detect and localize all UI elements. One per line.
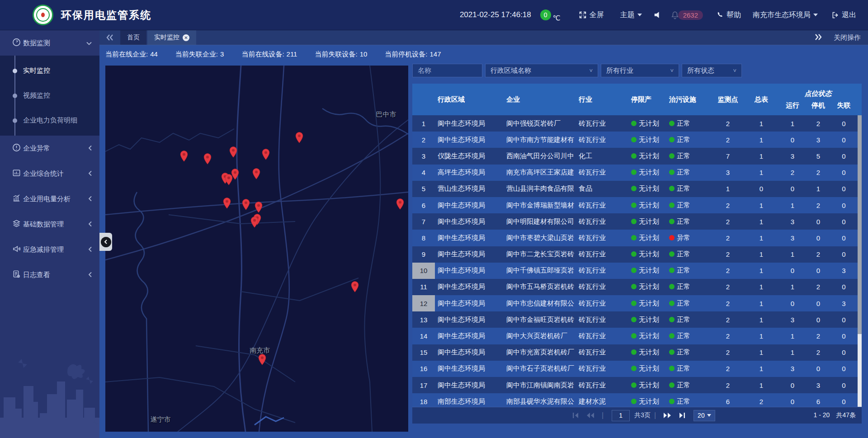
cell-lost: 3 (830, 300, 858, 307)
cell-run: 3 (778, 218, 807, 226)
table-row[interactable]: 12阆中生态环境局阆中市忠信建材有限公砖瓦行业无计划正常21003 (412, 295, 862, 311)
cell-region: 阆中生态环境局 (435, 381, 504, 390)
table-row[interactable]: 11阆中生态环境局阆中市五马桥页岩机砖砖瓦行业无计划正常21120 (412, 279, 862, 295)
map-panel[interactable]: 巴中市南充市遂宁市 (105, 66, 408, 432)
map-marker-pin-icon[interactable] (262, 148, 270, 162)
sidebar-item-log-view[interactable]: 日志查看 (0, 262, 99, 287)
close-icon[interactable]: ✕ (183, 34, 189, 41)
sidebar-item-power-analysis[interactable]: 企业用电量分析 (0, 186, 99, 212)
table-row[interactable]: 6阆中生态环境局阆中市金博瑞新型墙材砖瓦行业无计划正常21120 (412, 197, 862, 213)
table-row[interactable]: 14阆中生态环境局阆中大兴页岩机砖厂砖瓦行业无计划正常21120 (412, 328, 862, 344)
table-row[interactable]: 3仪陇生态环境局西南油气田分公司川中化工无计划正常71350 (412, 148, 862, 164)
map-marker-pin-icon[interactable] (258, 354, 266, 367)
map-marker-pin-icon[interactable] (229, 146, 237, 160)
row-number-cell: 15 (412, 344, 435, 361)
map-marker-pin-icon[interactable] (396, 198, 404, 212)
cell-facility-status: 正常 (669, 217, 712, 226)
sidebar-item-enterprise-abnormal[interactable]: 企业异常 (0, 136, 99, 161)
cell-facility-status: 正常 (669, 299, 712, 308)
map-marker-pin-icon[interactable] (351, 281, 359, 295)
sidebar-item-base-data[interactable]: 基础数据管理 (0, 212, 99, 237)
mute-button[interactable] (654, 11, 661, 19)
region-select[interactable]: 行政区域名称 ˅ (485, 64, 598, 77)
sidebar-item-power-load-detail[interactable]: 企业电力负荷明细 (0, 108, 99, 133)
notifications-button[interactable]: 2632 (671, 10, 703, 20)
next-page-button[interactable] (663, 412, 671, 419)
cell-company: 营山县润丰肉食品有限 (504, 184, 576, 193)
bell-icon (671, 11, 679, 19)
map-marker-pin-icon[interactable] (180, 151, 188, 164)
cell-stop: 3 (807, 381, 830, 389)
close-operations-button[interactable]: 关闭操作 (834, 33, 861, 42)
table-row[interactable]: 7阆中生态环境局阆中明阳建材有限公司砖瓦行业无计划正常21300 (412, 213, 862, 230)
temperature-badge: 0 (540, 9, 551, 20)
map-marker-pin-icon[interactable] (250, 216, 259, 230)
row-number-cell: 1 (412, 115, 435, 132)
cell-facility-status: 正常 (669, 119, 712, 128)
table-row[interactable]: 1阆中生态环境局阆中强锐页岩砖厂砖瓦行业无计划正常21120 (412, 115, 862, 132)
map-marker-pin-icon[interactable] (223, 197, 231, 211)
tab-realtime[interactable]: 实时监控✕ (147, 30, 196, 45)
tabs-scroll-left-button[interactable] (99, 30, 120, 45)
fullscreen-icon (579, 11, 587, 19)
map-city-label: 遂宁市 (150, 415, 170, 424)
table-row[interactable]: 17阆中生态环境局阆中市江南镇阆南页岩砖瓦行业无计划正常21030 (412, 377, 862, 393)
sidebar-item-data-monitor[interactable]: 数据监测 (0, 30, 99, 56)
double-chevron-left-icon (106, 34, 113, 41)
map-marker-pin-icon[interactable] (295, 132, 303, 145)
status-select[interactable]: 所有状态 ˅ (682, 64, 742, 77)
tab-home[interactable]: 首页 (120, 30, 146, 45)
tabs-scroll-right-button[interactable] (815, 34, 822, 42)
page-number-input[interactable]: 1 (612, 410, 630, 421)
table-row[interactable]: 15阆中生态环境局阆中市光富页岩机砖厂砖瓦行业无计划正常21120 (412, 344, 862, 361)
table-row[interactable]: 8阆中生态环境局阆中市枣碧大梁山页岩砖瓦行业无计划异常21300 (412, 230, 862, 246)
table-row[interactable]: 13阆中生态环境局阆中市金福旺页岩机砖砖瓦行业无计划正常21300 (412, 311, 862, 328)
monitor-panel: 名称 行政区域名称 ˅ 所有行业 ˅ 所有状态 ˅ 行政区域企业行业停限产治污设… (412, 64, 862, 424)
scrollbar-thumb[interactable] (858, 115, 862, 334)
sidebar-item-video-monitor[interactable]: 视频监控 (0, 83, 99, 108)
sidebar-item-label: 企业异常 (23, 144, 50, 153)
table-row[interactable]: 10阆中生态环境局阆中千佛镇五郎垭页岩砖瓦行业无计划正常21003 (412, 263, 862, 279)
page-size-select[interactable]: 20 (693, 410, 715, 421)
table-row[interactable]: 16阆中生态环境局阆中市石子页岩机砖厂砖瓦行业无计划正常21300 (412, 361, 862, 377)
cell-run: 0 (778, 136, 807, 144)
last-page-icon (679, 412, 685, 419)
stat-item: 当前停机设备:147 (385, 50, 441, 59)
cell-industry: 砖瓦行业 (576, 316, 631, 324)
map-marker-pin-icon[interactable] (242, 198, 250, 212)
column-header-1: 行政区域 (435, 95, 504, 104)
first-page-button[interactable] (572, 412, 579, 419)
cell-company: 阆中市江南镇阆南页岩 (504, 381, 576, 390)
sidebar-item-emergency-reduction[interactable]: 应急减排管理 (0, 237, 99, 262)
org-dropdown[interactable]: 南充市生态环境局 (753, 10, 818, 20)
help-button[interactable]: 帮助 (717, 10, 741, 20)
cell-lost: 3 (830, 267, 858, 274)
status-dot-icon (631, 153, 637, 159)
map-marker-pin-icon[interactable] (203, 153, 212, 166)
log-icon (12, 270, 21, 280)
logout-button[interactable]: 退出 (831, 10, 856, 20)
map-marker-pin-icon[interactable] (252, 168, 260, 181)
cell-lost: 0 (830, 202, 858, 209)
table-row[interactable]: 2阆中生态环境局阆中市南方节能建材有砖瓦行业无计划正常21030 (412, 132, 862, 148)
map-marker-pin-icon[interactable] (231, 168, 239, 182)
table-row[interactable]: 5营山生态环境局营山县润丰肉食品有限食品无计划正常10010 (412, 181, 862, 197)
map-marker-pin-icon[interactable] (255, 201, 263, 215)
cell-limit-status: 无计划 (631, 266, 669, 275)
last-page-button[interactable] (679, 412, 685, 419)
sidebar-item-enterprise-stats[interactable]: 企业综合统计 (0, 161, 99, 186)
status-dot-icon (669, 284, 675, 289)
table-row[interactable]: 9阆中生态环境局阆中市二龙长宝页岩砖砖瓦行业无计划正常21120 (412, 246, 862, 263)
industry-select[interactable]: 所有行业 ˅ (601, 64, 679, 77)
cell-stop: 0 (807, 365, 830, 372)
prev-page-button[interactable] (586, 412, 594, 419)
cell-industry: 砖瓦行业 (576, 201, 631, 210)
table-row[interactable]: 18南部生态环境局南部县砚华水泥有限公建材水泥无计划正常62060 (412, 393, 862, 407)
sidebar-item-realtime-monitor[interactable]: 实时监控 (0, 58, 99, 83)
name-search-input[interactable]: 名称 (412, 64, 482, 77)
sidebar-collapse-button[interactable] (99, 233, 112, 251)
theme-dropdown[interactable]: 主题 (620, 10, 642, 20)
table-scrollbar[interactable] (858, 115, 862, 407)
table-row[interactable]: 4高坪生态环境局南充市高坪区王家店建砖瓦行业无计划正常31220 (412, 165, 862, 181)
fullscreen-button[interactable]: 全屏 (579, 10, 604, 20)
